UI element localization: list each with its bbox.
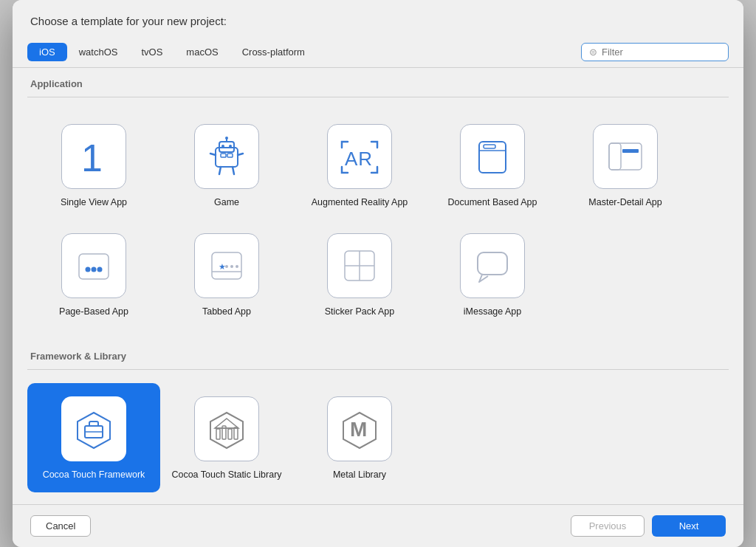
- template-chooser-dialog: Choose a template for your new project: …: [13, 0, 743, 547]
- sticker-pack-app-label: Sticker Pack App: [325, 306, 395, 319]
- svg-line-9: [219, 167, 221, 174]
- metal-library-icon: M: [327, 396, 392, 461]
- template-cocoa-touch-static-library[interactable]: Cocoa Touch Static Library: [160, 383, 293, 492]
- tab-tvos[interactable]: tvOS: [129, 43, 174, 61]
- tab-crossplatform[interactable]: Cross-platform: [230, 43, 317, 61]
- tab-ios[interactable]: iOS: [27, 43, 67, 61]
- game-label: Game: [214, 196, 239, 210]
- svg-rect-32: [478, 252, 507, 275]
- svg-rect-39: [228, 429, 232, 439]
- svg-line-8: [238, 154, 243, 155]
- svg-rect-18: [622, 149, 639, 153]
- page-based-app-icon: [61, 233, 126, 298]
- platform-bar: iOS watchOS tvOS macOS Cross-platform ⊜: [13, 37, 743, 68]
- template-ar-app[interactable]: AR Augmented Reality App: [293, 111, 426, 220]
- template-imessage-app[interactable]: iMessage App: [426, 220, 559, 329]
- section-application: Application: [27, 68, 729, 97]
- cocoa-touch-static-library-icon: [194, 396, 259, 461]
- template-single-view-app[interactable]: 1 Single View App: [27, 111, 160, 220]
- tab-macos[interactable]: macOS: [174, 43, 230, 61]
- page-based-app-label: Page-Based App: [59, 306, 128, 319]
- dialog-footer: Cancel Previous Next: [13, 504, 743, 547]
- template-game[interactable]: Game: [160, 111, 293, 220]
- filter-input[interactable]: [602, 47, 721, 58]
- svg-rect-12: [227, 154, 233, 157]
- single-view-app-icon: 1: [61, 124, 126, 189]
- svg-rect-19: [79, 254, 109, 279]
- template-tabbed-app[interactable]: ★ Tabbed App: [160, 220, 293, 329]
- template-metal-library[interactable]: M Metal Library: [293, 383, 426, 492]
- template-cocoa-touch-framework[interactable]: Cocoa Touch Framework: [27, 383, 160, 492]
- svg-text:★: ★: [219, 262, 226, 271]
- tabbed-app-label: Tabbed App: [202, 306, 251, 319]
- sticker-pack-app-icon: [327, 233, 392, 298]
- svg-point-26: [225, 265, 228, 268]
- svg-marker-33: [78, 413, 110, 448]
- document-based-app-icon: [460, 124, 525, 189]
- svg-point-6: [229, 145, 232, 148]
- tab-watchos[interactable]: watchOS: [67, 43, 130, 61]
- filter-icon: ⊜: [589, 47, 597, 58]
- cocoa-touch-static-library-label: Cocoa Touch Static Library: [171, 469, 281, 482]
- master-detail-app-label: Master-Detail App: [588, 196, 662, 210]
- template-document-based-app[interactable]: Document Based App: [426, 111, 559, 220]
- dialog-title: Choose a template for your new project:: [30, 15, 227, 27]
- dialog-header: Choose a template for your new project:: [13, 0, 743, 37]
- master-detail-app-icon: [593, 124, 658, 189]
- template-page-based-app[interactable]: Page-Based App: [27, 220, 160, 329]
- imessage-app-icon: [460, 233, 525, 298]
- metal-library-label: Metal Library: [333, 469, 386, 482]
- svg-line-10: [233, 167, 234, 174]
- svg-rect-40: [234, 427, 238, 439]
- platform-tabs: iOS watchOS tvOS macOS Cross-platform: [27, 43, 581, 61]
- template-sticker-pack-app[interactable]: Sticker Pack App: [293, 220, 426, 329]
- svg-point-22: [97, 266, 103, 272]
- svg-rect-11: [221, 154, 226, 157]
- svg-rect-37: [216, 429, 220, 439]
- svg-point-27: [230, 265, 233, 268]
- cocoa-touch-framework-icon: [61, 396, 126, 461]
- footer-right: Previous Next: [571, 515, 726, 537]
- next-button[interactable]: Next: [652, 515, 726, 537]
- svg-point-21: [92, 266, 97, 272]
- svg-marker-42: [215, 419, 238, 428]
- single-view-app-label: Single View App: [61, 196, 127, 210]
- svg-rect-16: [609, 143, 642, 170]
- svg-text:1: 1: [81, 137, 103, 179]
- game-icon: [194, 124, 259, 189]
- svg-point-20: [86, 266, 91, 272]
- application-grid: 1 Single View App: [27, 105, 729, 340]
- svg-rect-17: [609, 143, 621, 170]
- cocoa-touch-framework-label: Cocoa Touch Framework: [43, 469, 145, 482]
- ar-app-label: Augmented Reality App: [312, 196, 408, 210]
- document-based-app-label: Document Based App: [448, 196, 537, 210]
- svg-point-5: [221, 145, 224, 148]
- section-framework-library: Framework & Library: [27, 340, 729, 370]
- framework-grid: Cocoa Touch Framework: [27, 377, 729, 504]
- svg-rect-15: [484, 145, 495, 148]
- previous-button[interactable]: Previous: [571, 515, 645, 537]
- tabbed-app-icon: ★: [194, 233, 259, 298]
- svg-point-4: [225, 137, 228, 140]
- svg-point-28: [236, 265, 238, 268]
- svg-text:AR: AR: [345, 148, 373, 170]
- ar-app-icon: AR: [327, 124, 392, 189]
- cancel-button[interactable]: Cancel: [30, 515, 91, 537]
- template-master-detail-app[interactable]: Master-Detail App: [559, 111, 692, 220]
- svg-line-7: [210, 154, 216, 155]
- imessage-app-label: iMessage App: [464, 306, 522, 319]
- filter-box[interactable]: ⊜: [581, 43, 729, 61]
- svg-text:M: M: [350, 418, 367, 441]
- content-area: Application 1 Single View App: [13, 68, 743, 504]
